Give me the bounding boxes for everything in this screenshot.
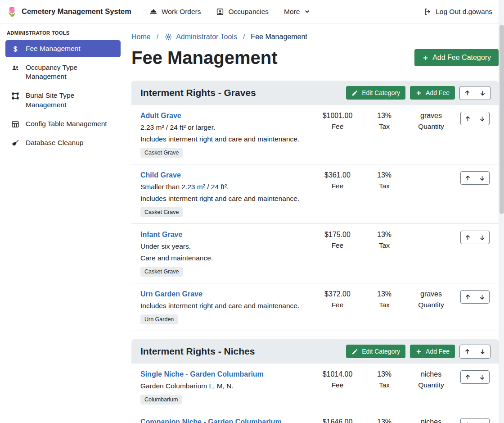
users-icon [11, 64, 20, 72]
quantity-label: Quantity [408, 123, 454, 131]
fee-name[interactable]: Urn Garden Grave [140, 290, 202, 298]
sidebar-item-config-table-management[interactable]: Config Table Management [5, 115, 121, 132]
arrow-up-icon [464, 422, 471, 423]
edit-category-button[interactable]: Edit Category [346, 86, 405, 100]
quantity-label: Quantity [408, 301, 454, 309]
nav-item-occupancies[interactable]: Occupancies [216, 8, 269, 16]
tax-label: Tax [361, 182, 408, 190]
move-category-down-button[interactable] [475, 345, 490, 359]
fee-tax: 13% [361, 418, 408, 423]
fee-description-2: Includes interment right and care and ma… [140, 195, 314, 203]
move-fee-up-button[interactable] [460, 112, 475, 125]
move-fee-up-button[interactable] [460, 290, 475, 304]
fee-amount-column: $175.00 Fee [314, 231, 361, 250]
fee-main: Infant Grave Under six years. Care and m… [140, 231, 314, 277]
plus-icon [422, 55, 429, 61]
arrow-down-icon [479, 234, 486, 241]
breadcrumb-separator: / [243, 33, 245, 41]
fee-name[interactable]: Infant Grave [140, 231, 182, 239]
vector-square-icon [11, 92, 20, 100]
move-fee-up-button[interactable] [460, 171, 475, 185]
fee-amount: $1646.00 [314, 418, 361, 423]
fee-name[interactable]: Child Grave [140, 171, 181, 179]
arrow-down-icon [479, 374, 486, 381]
fee-amount: $1001.00 [314, 112, 361, 120]
sidebar: Administrator Tools Fee Management Occup… [0, 23, 126, 423]
arrow-up-icon [464, 90, 471, 96]
fee-description-1: Includes interment right and care and ma… [140, 302, 314, 310]
add-fee-category-label: Add Fee Category [432, 54, 491, 62]
fee-main: Urn Garden Grave Includes interment righ… [140, 290, 314, 324]
fee-amount-column: $372.00 Fee [314, 290, 361, 309]
quantity-label: Quantity [408, 381, 454, 389]
fee-amount: $175.00 [314, 231, 361, 239]
sidebar-item-burial-site-type-management[interactable]: Burial Site Type Management [5, 87, 121, 113]
move-category-up-button[interactable] [459, 345, 475, 359]
app-brand[interactable]: 🌷 Cemetery Management System [6, 7, 131, 16]
add-fee-button[interactable]: Add Fee [410, 86, 455, 100]
vertical-scrollbar[interactable] [499, 0, 504, 423]
title-row: Fee Management Add Fee Category [131, 46, 499, 69]
breadcrumb-admin-tools-link[interactable]: Administrator Tools [164, 33, 237, 41]
move-fee-down-button[interactable] [475, 370, 490, 384]
move-category-down-button[interactable] [475, 86, 490, 100]
breadcrumb-home-link[interactable]: Home [131, 33, 151, 41]
fee-label: Fee [314, 381, 361, 389]
sidebar-item-label: Burial Site Type Management [26, 91, 115, 109]
fee-name[interactable]: Single Niche - Garden Columbarium [140, 370, 264, 378]
move-category-up-button[interactable] [459, 86, 475, 100]
fee-quantity-column: graves Quantity [408, 290, 454, 309]
move-fee-down-button[interactable] [475, 418, 490, 423]
arrow-down-icon [479, 90, 486, 96]
arrow-down-icon [479, 294, 486, 300]
fee-tax-column: 13% Tax [361, 290, 408, 309]
category-actions: Edit Category Add Fee [346, 86, 490, 100]
category-header: Interment Rights - Graves Edit Category … [131, 81, 499, 105]
fee-tax: 13% [361, 370, 408, 378]
fee-description-2: Care and maintenance. [140, 254, 314, 262]
page-title: Fee Management [131, 46, 278, 69]
fee-name[interactable]: Adult Grave [140, 112, 181, 120]
fee-reorder-group [460, 290, 490, 304]
fee-main: Adult Grave 2.23 m² / 24 ft² or larger. … [140, 112, 314, 158]
sidebar-item-database-cleanup[interactable]: Database Cleanup [5, 134, 121, 151]
fee-row: Infant Grave Under six years. Care and m… [131, 224, 499, 283]
sidebar-item-fee-management[interactable]: Fee Management [5, 40, 121, 57]
move-fee-up-button[interactable] [460, 418, 475, 423]
add-fee-button[interactable]: Add Fee [410, 345, 455, 358]
tax-label: Tax [361, 381, 408, 389]
fee-quantity-column: niches Quantity [408, 418, 454, 423]
move-fee-down-button[interactable] [475, 290, 490, 304]
arrow-down-icon [479, 175, 486, 182]
move-fee-down-button[interactable] [475, 112, 490, 125]
breadcrumb-admin-tools-label: Administrator Tools [176, 33, 237, 41]
edit-category-button[interactable]: Edit Category [346, 345, 405, 358]
fee-tax: 13% [361, 171, 408, 179]
fee-tax: 13% [361, 231, 408, 239]
fee-main: Child Grave Smaller than 2.23 m² / 24 ft… [140, 171, 314, 217]
tax-label: Tax [361, 123, 408, 131]
move-fee-up-button[interactable] [460, 231, 475, 244]
nav-item-more[interactable]: More [284, 8, 310, 16]
add-fee-category-button[interactable]: Add Fee Category [414, 49, 499, 66]
move-fee-down-button[interactable] [475, 231, 490, 244]
sidebar-item-occupancy-type-management[interactable]: Occupancy Type Management [5, 59, 121, 85]
move-fee-up-button[interactable] [460, 370, 475, 384]
category-header: Interment Rights - Niches Edit Category … [131, 339, 499, 364]
fee-badge: Columbarium [140, 395, 182, 405]
gear-icon [164, 33, 172, 41]
move-fee-down-button[interactable] [475, 171, 490, 185]
arrow-up-icon [464, 294, 471, 300]
arrow-down-icon [479, 422, 486, 423]
fee-name[interactable]: Companion Niche - Garden Columbarium [140, 418, 282, 423]
plus-icon [415, 348, 422, 355]
logout-button[interactable]: Log Out d.gowans [423, 8, 492, 16]
fee-badge: Casket Grave [140, 267, 183, 277]
nav-item-work-orders[interactable]: Work Orders [149, 8, 201, 16]
scrollbar-thumb[interactable] [500, 25, 504, 214]
fee-description-1: 2.23 m² / 24 ft² or larger. [140, 123, 314, 132]
navbar-links: Work Orders Occupancies More [149, 8, 311, 16]
fee-reorder-group [460, 370, 490, 384]
arrow-up-icon [464, 348, 471, 355]
category-title: Interment Rights - Graves [140, 87, 346, 98]
